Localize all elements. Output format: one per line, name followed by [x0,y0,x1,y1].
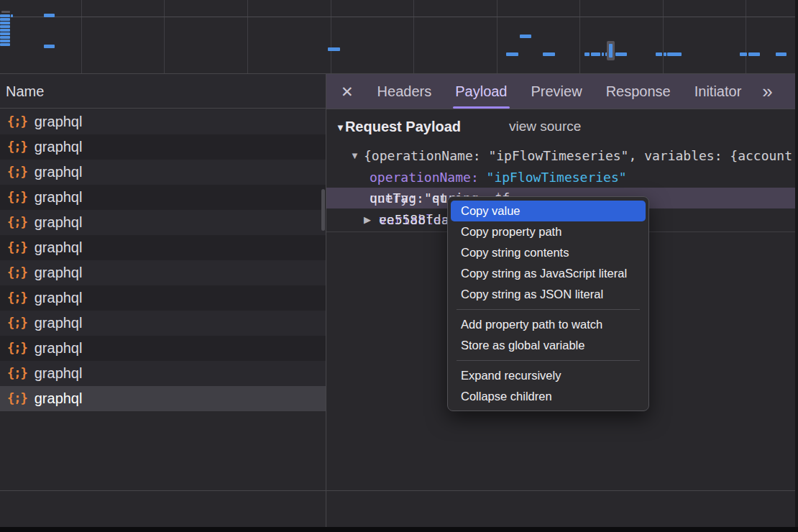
request-name: graphql [35,160,83,185]
request-row[interactable]: {;}graphql [0,160,326,185]
timeline-bar [748,52,760,56]
timeline-gridline [331,0,331,73]
timeline-bar [0,25,10,28]
timeline-gridline [0,17,798,17]
request-row[interactable]: {;}graphql [0,311,326,336]
menu-item-add-property-path-to-watch[interactable]: Add property path to watch [451,314,646,335]
payload-object-row[interactable]: ▼ {operationName: "ipFlowTimeseries", va… [326,145,798,166]
request-name: graphql [35,260,83,285]
operation-name-row[interactable]: operationName: "ipFlowTimeseries" [326,167,798,188]
name-column-label: Name [6,83,44,99]
timeline-bar [0,22,10,24]
request-row[interactable]: {;}graphql [0,285,326,311]
request-name: graphql [35,311,83,336]
menu-item-copy-string-as-json-literal[interactable]: Copy string as JSON literal [451,284,646,305]
json-request-icon: {;} [7,386,27,411]
menu-item-copy-property-path[interactable]: Copy property path [451,221,646,242]
tab-payload[interactable]: Payload [455,74,507,109]
close-icon[interactable]: ✕ [341,74,354,109]
property-value: "ipFlowTimeseries" [487,170,627,185]
timeline-bar [667,52,682,56]
json-request-icon: {;} [7,361,27,386]
timeline-gridline [164,0,165,73]
scrollbar-thumb[interactable] [321,189,325,231]
timeline-bar [0,36,10,39]
request-row[interactable]: {;}graphql [0,361,326,386]
json-request-icon: {;} [7,336,27,361]
name-column-header[interactable]: Name [0,74,326,109]
detail-tabs: HeadersPayloadPreviewResponseInitiator [377,74,742,109]
tab-initiator[interactable]: Initiator [694,74,742,109]
menu-item-copy-value[interactable]: Copy value [451,201,646,221]
timeline-bar [656,52,662,56]
timeline-bar [44,45,55,48]
context-menu: Copy valueCopy property pathCopy string … [447,196,649,411]
menu-divider [457,309,640,310]
menu-item-expand-recursively[interactable]: Expand recursively [451,365,646,386]
devtools-window: Name {;}graphql{;}graphql{;}graphql{;}gr… [0,0,798,532]
timeline-bar [0,40,10,42]
json-request-icon: {;} [7,160,27,185]
timeline-bar [328,47,340,51]
json-request-icon: {;} [7,260,27,285]
timeline-bar [591,52,600,56]
request-row[interactable]: {;}graphql [0,336,326,361]
more-tabs-icon[interactable]: » [762,74,772,109]
tab-response[interactable]: Response [606,74,671,109]
request-name: graphql [35,210,83,235]
request-row[interactable]: {;}graphql [0,210,326,235]
timeline-gridline [247,0,248,73]
timeline-bar [776,52,786,56]
request-name: graphql [35,361,83,386]
tab-headers[interactable]: Headers [377,74,432,109]
view-source-link[interactable]: view source [509,116,581,137]
timeline-bar [11,14,13,17]
request-list: {;}graphql{;}graphql{;}graphql{;}graphql… [0,109,326,411]
bottom-divider [0,490,798,491]
request-row[interactable]: {;}graphql [0,109,326,134]
window-bottom-edge [0,527,798,532]
menu-item-copy-string-as-javascript-literal[interactable]: Copy string as JavaScript literal [451,263,646,284]
json-request-icon: {;} [7,185,27,210]
request-row[interactable]: {;}graphql [0,260,326,285]
tab-preview[interactable]: Preview [531,74,582,109]
window-right-edge [795,0,798,527]
timeline-gridline [746,0,746,73]
menu-item-copy-string-contents[interactable]: Copy string contents [451,242,646,263]
request-row[interactable]: {;}graphql [0,235,326,260]
timeline-bar [602,52,604,56]
property-key: operationName: [370,170,479,185]
timeline-bar [506,52,518,56]
timeline-bar [0,18,10,21]
request-name: graphql [35,235,83,260]
menu-item-store-as-global-variable[interactable]: Store as global variable [451,335,646,356]
json-request-icon: {;} [7,134,27,160]
panel-split-handle[interactable] [326,74,326,527]
timeline-bar [543,52,555,56]
timeline-bar [0,43,10,46]
timeline-bar [0,14,10,17]
timeline-gridline [413,0,414,73]
json-request-icon: {;} [7,285,27,311]
menu-item-collapse-children[interactable]: Collapse children [451,386,646,407]
json-request-icon: {;} [7,210,27,235]
collapse-triangle-icon[interactable]: ▼ [350,145,359,166]
timeline-bar [615,52,627,56]
timeline-gridline [663,0,664,73]
request-row[interactable]: {;}graphql [0,386,326,411]
timeline-bar [740,52,747,56]
request-row[interactable]: {;}graphql [0,134,326,160]
collapse-triangle-icon[interactable]: ▼ [336,122,345,133]
timeline-gridline [81,0,82,73]
json-request-icon: {;} [7,235,27,260]
timeline-bar-gray [1,11,10,13]
detail-tabbar: ✕ HeadersPayloadPreviewResponseInitiator… [326,74,798,109]
network-overview-timeline[interactable] [0,0,798,74]
section-title: Request Payload [345,119,461,134]
timeline-bar [520,35,531,38]
request-row[interactable]: {;}graphql [0,185,326,210]
timeline-bar [44,14,55,17]
expand-triangle-icon[interactable]: ▶ [364,209,371,231]
json-request-icon: {;} [7,109,27,134]
timeline-bar [0,29,10,32]
